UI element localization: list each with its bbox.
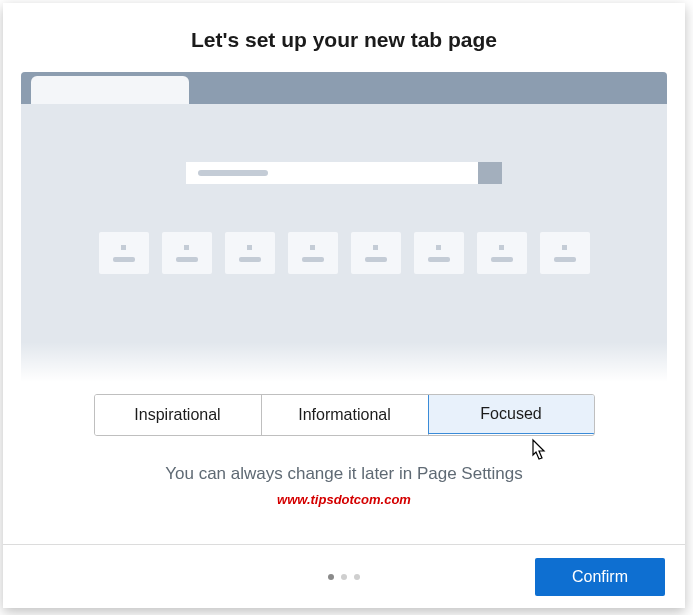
preview-tiles xyxy=(99,232,590,274)
step-indicator xyxy=(328,574,360,580)
pointer-cursor-icon xyxy=(527,438,549,464)
segmented-control: Inspirational Informational Focused xyxy=(94,394,595,436)
preview-search-input xyxy=(186,162,478,184)
option-focused[interactable]: Focused xyxy=(428,394,595,434)
preview-tile xyxy=(414,232,464,274)
preview-body xyxy=(21,104,667,382)
dialog-title: Let's set up your new tab page xyxy=(3,3,685,72)
confirm-button[interactable]: Confirm xyxy=(535,558,665,596)
preview-search-button xyxy=(478,162,502,184)
dialog-footer: Confirm xyxy=(3,544,685,608)
hint-text: You can always change it later in Page S… xyxy=(3,464,685,484)
option-inspirational[interactable]: Inspirational xyxy=(95,395,262,435)
preview-tile xyxy=(99,232,149,274)
preview-tile xyxy=(540,232,590,274)
preview-tile xyxy=(162,232,212,274)
step-dot xyxy=(328,574,334,580)
setup-dialog: Let's set up your new tab page xyxy=(3,3,685,608)
preview-searchbar xyxy=(186,162,502,184)
preview-tile xyxy=(225,232,275,274)
preview-tabbar xyxy=(21,72,667,104)
preview-fade xyxy=(21,342,667,382)
layout-options: Inspirational Informational Focused xyxy=(3,394,685,436)
preview-tile xyxy=(351,232,401,274)
preview-tile xyxy=(288,232,338,274)
option-informational[interactable]: Informational xyxy=(262,395,429,435)
preview-container xyxy=(3,72,685,382)
step-dot xyxy=(354,574,360,580)
layout-preview xyxy=(21,72,667,382)
step-dot xyxy=(341,574,347,580)
preview-tile xyxy=(477,232,527,274)
watermark-text: www.tipsdotcom.com xyxy=(3,492,685,507)
preview-tab xyxy=(31,76,189,104)
preview-search-placeholder xyxy=(198,170,268,176)
